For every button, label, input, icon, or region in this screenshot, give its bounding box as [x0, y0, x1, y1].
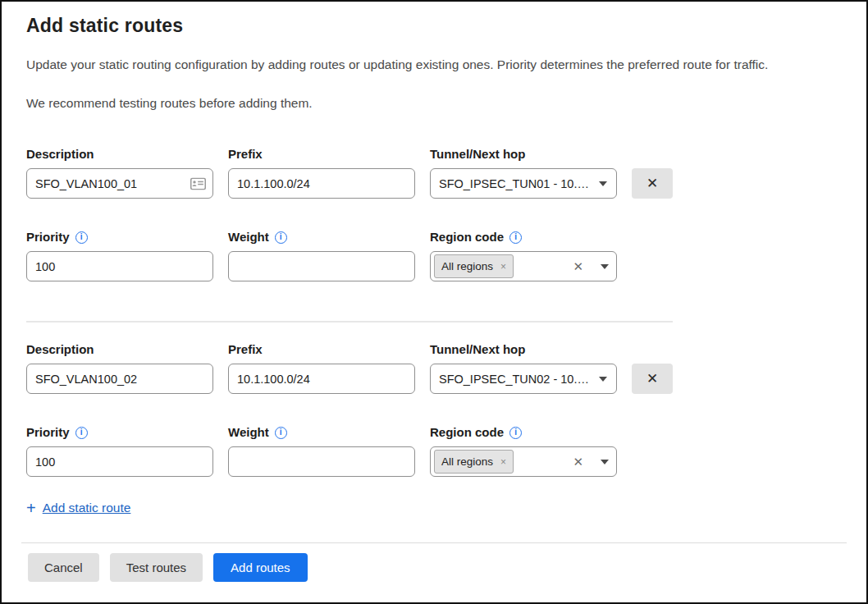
weight-label-text: Weight: [228, 425, 269, 440]
remove-tag-icon[interactable]: ×: [500, 457, 506, 467]
prefix-label: Prefix: [228, 342, 415, 357]
tunnel-selected-value: SFO_IPSEC_TUN01 - 10.25...: [439, 177, 592, 190]
clear-selection-icon[interactable]: ✕: [573, 455, 583, 468]
info-icon[interactable]: [509, 231, 522, 244]
tunnel-selected-value: SFO_IPSEC_TUN02 - 10.25...: [439, 373, 592, 386]
add-static-route-row: + Add static route: [26, 500, 842, 516]
description-label: Description: [26, 147, 213, 162]
description-label: Description: [26, 342, 213, 357]
route-block-2: Description Prefix Tunnel/Next hop SFO_I…: [26, 342, 842, 477]
priority-label: Priority: [26, 425, 213, 440]
autofill-card-icon: [190, 177, 206, 190]
add-routes-button[interactable]: Add routes: [213, 553, 308, 582]
description-input[interactable]: [26, 168, 213, 199]
info-icon[interactable]: [75, 231, 88, 244]
chevron-down-icon: [599, 181, 607, 186]
prefix-input[interactable]: [228, 168, 415, 199]
add-static-route-link[interactable]: Add static route: [43, 501, 131, 515]
priority-input[interactable]: [26, 251, 213, 281]
weight-label: Weight: [228, 425, 415, 440]
clear-selection-icon[interactable]: ✕: [573, 260, 583, 272]
description-input[interactable]: [26, 364, 213, 394]
plus-icon: +: [26, 500, 36, 516]
region-multiselect[interactable]: All regions × ✕: [430, 446, 617, 477]
region-tag-label: All regions: [441, 455, 493, 468]
dialog-footer: Cancel Test routes Add routes: [2, 542, 866, 602]
route-block-1: Description: [26, 147, 842, 281]
close-icon: ✕: [646, 372, 658, 386]
priority-label-text: Priority: [26, 425, 70, 440]
priority-field-1: Priority: [26, 230, 213, 281]
weight-input[interactable]: [228, 251, 415, 281]
region-label-text: Region code: [430, 230, 504, 245]
intro-text-line1: Update your static routing configuration…: [26, 57, 842, 72]
region-tag-label: All regions: [441, 260, 493, 272]
region-label: Region code: [430, 230, 617, 245]
region-tag: All regions ×: [434, 254, 514, 278]
route-divider: [26, 321, 673, 323]
intro-text-line2: We recommend testing routes before addin…: [26, 96, 842, 111]
priority-field-2: Priority: [26, 425, 213, 477]
chevron-down-icon[interactable]: [601, 460, 609, 464]
prefix-field-1: Prefix: [228, 147, 415, 199]
region-field-2: Region code All regions × ✕: [430, 425, 617, 477]
tunnel-label: Tunnel/Next hop: [430, 147, 617, 162]
region-tag: All regions ×: [434, 450, 514, 474]
weight-field-1: Weight: [228, 230, 415, 281]
region-field-1: Region code All regions × ✕: [430, 230, 617, 281]
delete-route-button[interactable]: ✕: [632, 168, 673, 199]
info-icon[interactable]: [75, 427, 88, 439]
remove-tag-icon[interactable]: ×: [500, 262, 506, 272]
region-label: Region code: [430, 425, 617, 440]
description-field-1: Description: [26, 147, 213, 199]
weight-label: Weight: [228, 230, 415, 245]
weight-input[interactable]: [228, 446, 415, 477]
priority-label: Priority: [26, 230, 213, 245]
test-routes-button[interactable]: Test routes: [110, 553, 203, 582]
page-title: Add static routes: [26, 15, 842, 37]
prefix-label: Prefix: [228, 147, 415, 162]
add-static-routes-dialog: Add static routes Update your static rou…: [0, 0, 868, 604]
tunnel-select[interactable]: SFO_IPSEC_TUN01 - 10.25...: [430, 168, 617, 199]
weight-label-text: Weight: [228, 230, 269, 245]
info-icon[interactable]: [509, 427, 522, 439]
weight-field-2: Weight: [228, 425, 415, 477]
priority-input[interactable]: [26, 446, 213, 477]
cancel-button[interactable]: Cancel: [28, 553, 99, 582]
region-label-text: Region code: [430, 425, 504, 440]
info-icon[interactable]: [275, 427, 287, 439]
tunnel-label: Tunnel/Next hop: [430, 342, 617, 357]
description-field-2: Description: [26, 342, 213, 394]
tunnel-select[interactable]: SFO_IPSEC_TUN02 - 10.25...: [430, 364, 617, 394]
chevron-down-icon[interactable]: [601, 264, 609, 269]
chevron-down-icon: [599, 377, 607, 382]
prefix-field-2: Prefix: [228, 342, 415, 394]
region-multiselect[interactable]: All regions × ✕: [430, 251, 617, 281]
tunnel-field-2: Tunnel/Next hop SFO_IPSEC_TUN02 - 10.25.…: [430, 342, 617, 394]
delete-route-button[interactable]: ✕: [632, 364, 673, 394]
tunnel-field-1: Tunnel/Next hop SFO_IPSEC_TUN01 - 10.25.…: [430, 147, 617, 199]
close-icon: ✕: [646, 176, 658, 190]
prefix-input[interactable]: [228, 364, 415, 394]
priority-label-text: Priority: [26, 230, 70, 245]
info-icon[interactable]: [275, 231, 287, 244]
